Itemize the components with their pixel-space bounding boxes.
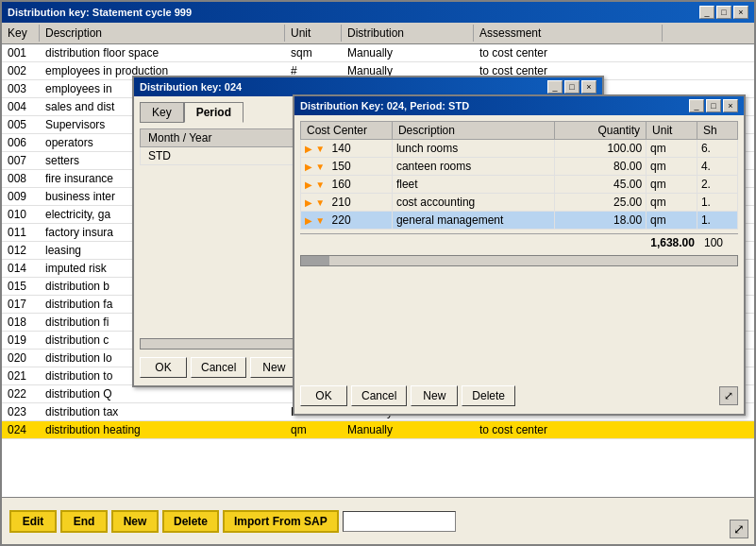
table-header: Key Description Unit Distribution Assess… xyxy=(2,23,754,44)
import-text-input[interactable] xyxy=(343,511,456,532)
row-unit: qm xyxy=(285,422,342,437)
modal2-row-qty: 45.00 xyxy=(555,176,647,194)
row-key: 020 xyxy=(2,350,40,366)
col-header-desc: Description xyxy=(40,25,285,42)
row-key: 014 xyxy=(2,261,40,276)
modal2-row-cc: ▶ ▼ 140 xyxy=(301,140,393,158)
modal2-total-row: 1,638.00 100 xyxy=(300,233,738,251)
modal2-row-unit: qm xyxy=(647,158,697,176)
modal2-titlebar: Distribution Key: 024, Period: STD _ □ × xyxy=(294,96,744,115)
modal2-row-sh: 1. xyxy=(697,194,737,212)
minimize-button[interactable]: _ xyxy=(699,6,714,19)
modal1-controls: _ □ × xyxy=(547,80,596,94)
modal2-row-desc: canteen rooms xyxy=(392,158,554,176)
modal2-row-sh: 4. xyxy=(697,158,737,176)
row-desc: distribution tax xyxy=(40,404,285,419)
modal1-title: Distribution key: 024 xyxy=(140,81,242,93)
main-window-controls: _ □ × xyxy=(699,6,748,19)
modal2-minimize[interactable]: _ xyxy=(689,99,704,112)
modal2-col-sh: Sh xyxy=(697,122,737,140)
modal2-row-qty: 18.00 xyxy=(555,212,647,230)
main-titlebar: Distribution key: Statement cycle 999 _ … xyxy=(2,2,754,23)
modal2-row-sh: 1. xyxy=(697,212,737,230)
modal2-col-desc: Description xyxy=(392,122,554,140)
modal2-row-cc: ▶ ▼ 160 xyxy=(301,176,393,194)
row-key: 007 xyxy=(2,153,40,168)
row-key: 010 xyxy=(2,207,40,222)
modal2-controls: _ □ × xyxy=(689,99,738,112)
row-dist: Manually xyxy=(342,422,474,437)
modal2-row[interactable]: ▶ ▼ 150 canteen rooms 80.00 qm 4. xyxy=(301,158,738,176)
modal2-title: Distribution Key: 024, Period: STD xyxy=(300,100,469,111)
modal2-hscrollbar[interactable] xyxy=(300,255,738,266)
col-header-dist: Distribution xyxy=(342,25,474,42)
modal2-row-desc: lunch rooms xyxy=(392,140,554,158)
main-window-title: Distribution key: Statement cycle 999 xyxy=(8,7,192,18)
row-key: 021 xyxy=(2,368,40,384)
modal1-close[interactable]: × xyxy=(581,80,596,94)
row-key: 012 xyxy=(2,243,40,258)
modal1-minimize[interactable]: _ xyxy=(547,80,563,94)
tab-period[interactable]: Period xyxy=(184,102,244,123)
modal2-row-sh: 6. xyxy=(697,140,737,158)
tab-key[interactable]: Key xyxy=(140,102,184,123)
edit-button[interactable]: Edit xyxy=(9,510,57,533)
table-row[interactable]: 024 distribution heating qm Manually to … xyxy=(2,421,754,439)
col-header-key: Key xyxy=(2,25,40,42)
row-desc: distribution Q xyxy=(40,386,285,401)
row-key: 009 xyxy=(2,189,40,204)
modal2-row[interactable]: ▶ ▼ 160 fleet 45.00 qm 2. xyxy=(301,176,738,194)
modal2-close[interactable]: × xyxy=(723,99,738,112)
modal2-col-cc: Cost Center xyxy=(301,122,393,140)
row-key: 004 xyxy=(2,99,40,114)
modal2-new-button[interactable]: New xyxy=(411,385,458,406)
row-desc: distribution heating xyxy=(40,422,285,437)
row-key: 017 xyxy=(2,297,40,312)
row-key: 011 xyxy=(2,225,40,240)
modal2-row-qty: 25.00 xyxy=(555,194,647,212)
modal2-col-unit: Unit xyxy=(647,122,697,140)
modal2-row-cc: ▶ ▼ 150 xyxy=(301,158,393,176)
row-key: 006 xyxy=(2,135,40,150)
modal1-cancel-button[interactable]: Cancel xyxy=(191,357,246,378)
modal1-ok-button[interactable]: OK xyxy=(140,357,187,378)
modal2-row-unit: qm xyxy=(647,140,697,158)
row-key: 019 xyxy=(2,333,40,348)
modal2-row-sh: 2. xyxy=(697,176,737,194)
modal2-cancel-button[interactable]: Cancel xyxy=(351,385,407,406)
row-key: 008 xyxy=(2,171,40,186)
end-button[interactable]: End xyxy=(60,510,108,533)
col-header-assess: Assessment xyxy=(474,25,663,42)
row-key: 002 xyxy=(2,63,40,78)
modal2-row-qty: 100.00 xyxy=(555,140,647,158)
import-sap-button[interactable]: Import From SAP xyxy=(223,510,339,533)
modal2-row-cc: ▶ ▼ 220 xyxy=(301,212,393,230)
modal2-delete-button[interactable]: Delete xyxy=(462,385,515,406)
modal2-content: Cost Center Description Quantity Unit Sh… xyxy=(294,115,744,412)
row-assess: to cost center xyxy=(474,45,663,60)
modal2-row[interactable]: ▶ ▼ 210 cost accounting 25.00 qm 1. xyxy=(301,194,738,212)
modal2-row-unit: qm xyxy=(647,176,697,194)
modal2-ok-button[interactable]: OK xyxy=(300,385,347,406)
row-key: 024 xyxy=(2,422,40,437)
close-button[interactable]: × xyxy=(733,6,748,19)
modal1-new-button[interactable]: New xyxy=(250,357,297,378)
modal2-row-unit: qm xyxy=(647,212,697,230)
modal2-row-desc: fleet xyxy=(392,176,554,194)
modal2-row[interactable]: ▶ ▼ 220 general management 18.00 qm 1. xyxy=(301,212,738,230)
expand-icon[interactable]: ⤢ xyxy=(730,520,748,538)
modal2-maximize[interactable]: □ xyxy=(706,99,721,112)
modal2-row[interactable]: ▶ ▼ 140 lunch rooms 100.00 qm 6. xyxy=(301,140,738,158)
maximize-button[interactable]: □ xyxy=(716,6,731,19)
modal2-table: Cost Center Description Quantity Unit Sh… xyxy=(300,121,738,230)
row-key: 022 xyxy=(2,386,40,401)
modal2-total-share: 100 xyxy=(704,236,723,249)
row-dist: Manually xyxy=(342,45,474,60)
modal1-maximize[interactable]: □ xyxy=(564,80,580,94)
row-key: 003 xyxy=(2,81,40,96)
modal2-expand-icon[interactable]: ⤢ xyxy=(719,386,738,405)
new-button[interactable]: New xyxy=(111,510,159,533)
table-row[interactable]: 001 distribution floor space sqm Manuall… xyxy=(2,44,754,62)
delete-button[interactable]: Delete xyxy=(162,510,219,533)
row-desc: distribution floor space xyxy=(40,45,285,60)
